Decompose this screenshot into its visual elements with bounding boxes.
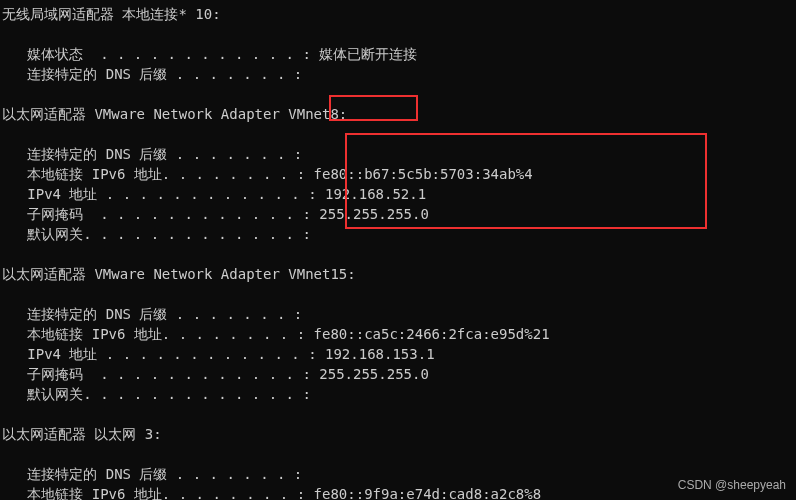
adapter-header: 以太网适配器 VMware Network Adapter VMnet15: xyxy=(2,264,794,284)
subnet-row: 子网掩码 . . . . . . . . . . . . : 255.255.2… xyxy=(2,364,794,384)
media-state-value: 媒体已断开连接 xyxy=(319,46,417,62)
ipv4-label: IPv4 地址 . . . . . . . . . . . . : xyxy=(2,186,325,202)
dns-suffix-row: 连接特定的 DNS 后缀 . . . . . . . : xyxy=(2,304,794,324)
blank-line xyxy=(2,404,794,424)
subnet-label: 子网掩码 . . . . . . . . . . . . : xyxy=(2,206,319,222)
blank-line xyxy=(2,24,794,44)
subnet-value: 255.255.255.0 xyxy=(319,206,429,222)
adapter-header: 无线局域网适配器 本地连接* 10: xyxy=(2,4,794,24)
blank-line xyxy=(2,124,794,144)
subnet-label: 子网掩码 . . . . . . . . . . . . : xyxy=(2,366,319,382)
ipv6-row: 本地链接 IPv6 地址. . . . . . . . : fe80::b67:… xyxy=(2,164,794,184)
gateway-row: 默认网关. . . . . . . . . . . . . : xyxy=(2,384,794,404)
ipv6-value: fe80::b67:5c5b:5703:34ab%4 xyxy=(314,166,533,182)
ipv6-row: 本地链接 IPv6 地址. . . . . . . . : fe80::9f9a… xyxy=(2,484,794,500)
blank-line xyxy=(2,244,794,264)
adapter-header: 以太网适配器 VMware Network Adapter VMnet8: xyxy=(2,104,794,124)
ipv6-row: 本地链接 IPv6 地址. . . . . . . . : fe80::ca5c… xyxy=(2,324,794,344)
dns-suffix-row: 连接特定的 DNS 后缀 . . . . . . . : xyxy=(2,64,794,84)
blank-line xyxy=(2,444,794,464)
ipv4-label: IPv4 地址 . . . . . . . . . . . . : xyxy=(2,346,325,362)
terminal-output: 无线局域网适配器 本地连接* 10: 媒体状态 . . . . . . . . … xyxy=(2,4,794,500)
ipv4-value: 192.168.52.1 xyxy=(325,186,426,202)
ipv6-label: 本地链接 IPv6 地址. . . . . . . . : xyxy=(2,326,314,342)
watermark-text: CSDN @sheepyeah xyxy=(678,477,786,494)
gateway-row: 默认网关. . . . . . . . . . . . . : xyxy=(2,224,794,244)
blank-line xyxy=(2,284,794,304)
ipv6-label: 本地链接 IPv6 地址. . . . . . . . : xyxy=(2,486,314,500)
dns-suffix-row: 连接特定的 DNS 后缀 . . . . . . . : xyxy=(2,464,794,484)
ipv4-value: 192.168.153.1 xyxy=(325,346,435,362)
ipv6-value: fe80::ca5c:2466:2fca:e95d%21 xyxy=(314,326,550,342)
adapter-header: 以太网适配器 以太网 3: xyxy=(2,424,794,444)
ipv6-label: 本地链接 IPv6 地址. . . . . . . . : xyxy=(2,166,314,182)
ipv4-row: IPv4 地址 . . . . . . . . . . . . : 192.16… xyxy=(2,184,794,204)
ipv4-row: IPv4 地址 . . . . . . . . . . . . : 192.16… xyxy=(2,344,794,364)
subnet-row: 子网掩码 . . . . . . . . . . . . : 255.255.2… xyxy=(2,204,794,224)
media-state-row: 媒体状态 . . . . . . . . . . . . : 媒体已断开连接 xyxy=(2,44,794,64)
blank-line xyxy=(2,84,794,104)
media-state-label: 媒体状态 . . . . . . . . . . . . : xyxy=(2,46,319,62)
subnet-value: 255.255.255.0 xyxy=(319,366,429,382)
ipv6-value: fe80::9f9a:e74d:cad8:a2c8%8 xyxy=(314,486,542,500)
dns-suffix-row: 连接特定的 DNS 后缀 . . . . . . . : xyxy=(2,144,794,164)
